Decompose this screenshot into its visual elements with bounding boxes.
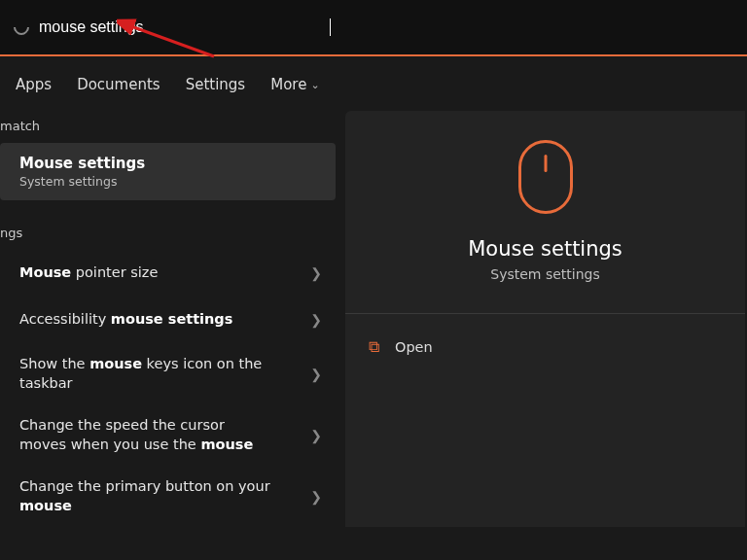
search-input[interactable] [39,18,331,36]
filter-tabs: Apps Documents Settings More ⌄ [0,56,747,111]
detail-panel: Mouse settings System settings ⧉ Open [345,111,745,527]
result-accessibility-mouse[interactable]: Accessibility mouse settings ❯ [0,297,345,343]
best-match-subtitle: System settings [19,174,322,189]
chevron-right-icon: ❯ [310,367,322,382]
section-best-match: match [0,111,345,143]
open-external-icon: ⧉ [369,337,379,356]
results-panel: match Mouse settings System settings ngs… [0,111,345,527]
open-label: Open [395,339,433,355]
detail-subtitle: System settings [365,266,726,282]
chevron-right-icon: ❯ [310,312,322,328]
back-arc-icon [11,17,33,39]
best-match-title: Mouse settings [19,155,322,172]
tab-apps[interactable]: Apps [16,76,52,93]
chevron-down-icon: ⌄ [310,79,319,91]
result-cursor-speed[interactable]: Change the speed the cursor moves when y… [0,404,345,466]
search-bar [0,0,747,56]
tab-more[interactable]: More ⌄ [270,76,319,93]
chevron-right-icon: ❯ [310,428,322,443]
tab-more-label: More [270,76,306,93]
open-action[interactable]: ⧉ Open [365,328,726,366]
result-mouse-pointer-size[interactable]: Mouse pointer size ❯ [0,250,345,297]
divider [345,313,745,314]
tab-documents[interactable]: Documents [77,76,160,93]
text-cursor [330,18,331,36]
result-mouse-keys-icon[interactable]: Show the mouse keys icon on the taskbar … [0,343,345,404]
best-match-item[interactable]: Mouse settings System settings [0,143,336,200]
chevron-right-icon: ❯ [310,265,322,281]
section-settings: ngs [0,218,345,250]
mouse-icon [518,140,573,214]
result-primary-button[interactable]: Change the primary button on your mouse … [0,466,345,527]
chevron-right-icon: ❯ [310,489,322,505]
tab-settings[interactable]: Settings [186,76,246,93]
detail-title: Mouse settings [365,237,726,261]
